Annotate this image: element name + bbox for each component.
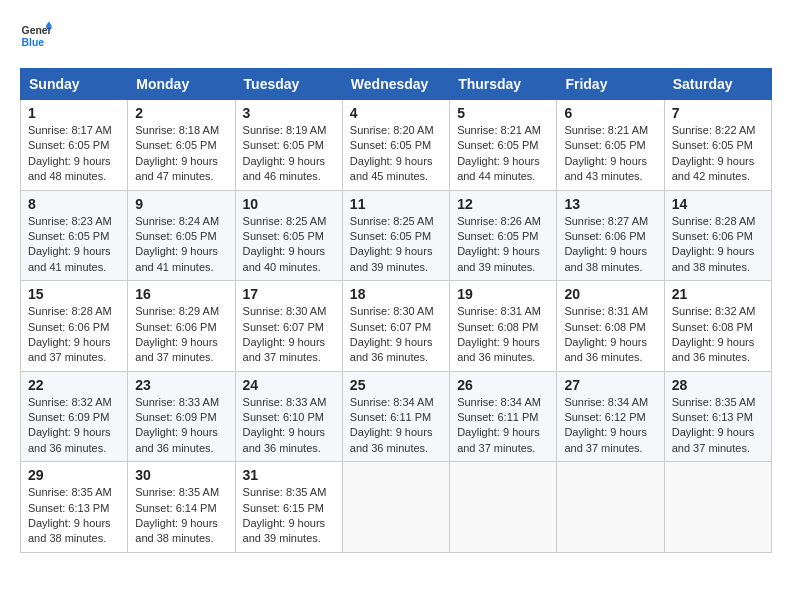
daylight-label: Daylight: 9 hours and 38 minutes. — [564, 245, 647, 272]
calendar-body: 1 Sunrise: 8:17 AM Sunset: 6:05 PM Dayli… — [21, 100, 772, 553]
sunset-label: Sunset: 6:13 PM — [672, 411, 753, 423]
daylight-label: Daylight: 9 hours and 40 minutes. — [243, 245, 326, 272]
daylight-label: Daylight: 9 hours and 36 minutes. — [457, 336, 540, 363]
day-number: 3 — [243, 105, 335, 121]
sunrise-label: Sunrise: 8:25 AM — [350, 215, 434, 227]
day-number: 5 — [457, 105, 549, 121]
day-info: Sunrise: 8:35 AM Sunset: 6:14 PM Dayligh… — [135, 485, 227, 547]
sunset-label: Sunset: 6:06 PM — [28, 321, 109, 333]
sunset-label: Sunset: 6:08 PM — [457, 321, 538, 333]
daylight-label: Daylight: 9 hours and 37 minutes. — [135, 336, 218, 363]
sunset-label: Sunset: 6:05 PM — [457, 139, 538, 151]
day-info: Sunrise: 8:26 AM Sunset: 6:05 PM Dayligh… — [457, 214, 549, 276]
calendar-cell: 6 Sunrise: 8:21 AM Sunset: 6:05 PM Dayli… — [557, 100, 664, 191]
calendar-cell: 21 Sunrise: 8:32 AM Sunset: 6:08 PM Dayl… — [664, 281, 771, 372]
sunset-label: Sunset: 6:11 PM — [457, 411, 538, 423]
column-header-monday: Monday — [128, 69, 235, 100]
sunrise-label: Sunrise: 8:33 AM — [243, 396, 327, 408]
calendar-cell: 18 Sunrise: 8:30 AM Sunset: 6:07 PM Dayl… — [342, 281, 449, 372]
calendar-cell: 1 Sunrise: 8:17 AM Sunset: 6:05 PM Dayli… — [21, 100, 128, 191]
day-info: Sunrise: 8:35 AM Sunset: 6:13 PM Dayligh… — [28, 485, 120, 547]
day-number: 16 — [135, 286, 227, 302]
sunset-label: Sunset: 6:07 PM — [350, 321, 431, 333]
column-header-thursday: Thursday — [450, 69, 557, 100]
day-number: 14 — [672, 196, 764, 212]
daylight-label: Daylight: 9 hours and 36 minutes. — [28, 426, 111, 453]
day-info: Sunrise: 8:34 AM Sunset: 6:11 PM Dayligh… — [350, 395, 442, 457]
sunrise-label: Sunrise: 8:28 AM — [28, 305, 112, 317]
sunrise-label: Sunrise: 8:34 AM — [564, 396, 648, 408]
day-info: Sunrise: 8:27 AM Sunset: 6:06 PM Dayligh… — [564, 214, 656, 276]
calendar-cell: 30 Sunrise: 8:35 AM Sunset: 6:14 PM Dayl… — [128, 462, 235, 553]
day-number: 10 — [243, 196, 335, 212]
day-info: Sunrise: 8:21 AM Sunset: 6:05 PM Dayligh… — [564, 123, 656, 185]
sunrise-label: Sunrise: 8:17 AM — [28, 124, 112, 136]
day-info: Sunrise: 8:17 AM Sunset: 6:05 PM Dayligh… — [28, 123, 120, 185]
day-info: Sunrise: 8:32 AM Sunset: 6:08 PM Dayligh… — [672, 304, 764, 366]
daylight-label: Daylight: 9 hours and 42 minutes. — [672, 155, 755, 182]
day-info: Sunrise: 8:24 AM Sunset: 6:05 PM Dayligh… — [135, 214, 227, 276]
day-number: 13 — [564, 196, 656, 212]
sunset-label: Sunset: 6:05 PM — [350, 139, 431, 151]
calendar-cell: 7 Sunrise: 8:22 AM Sunset: 6:05 PM Dayli… — [664, 100, 771, 191]
sunrise-label: Sunrise: 8:32 AM — [672, 305, 756, 317]
daylight-label: Daylight: 9 hours and 39 minutes. — [457, 245, 540, 272]
day-number: 4 — [350, 105, 442, 121]
sunrise-label: Sunrise: 8:31 AM — [457, 305, 541, 317]
calendar-cell: 17 Sunrise: 8:30 AM Sunset: 6:07 PM Dayl… — [235, 281, 342, 372]
column-header-tuesday: Tuesday — [235, 69, 342, 100]
daylight-label: Daylight: 9 hours and 37 minutes. — [243, 336, 326, 363]
day-number: 9 — [135, 196, 227, 212]
sunrise-label: Sunrise: 8:29 AM — [135, 305, 219, 317]
sunset-label: Sunset: 6:05 PM — [564, 139, 645, 151]
sunrise-label: Sunrise: 8:26 AM — [457, 215, 541, 227]
calendar-week-row: 8 Sunrise: 8:23 AM Sunset: 6:05 PM Dayli… — [21, 190, 772, 281]
calendar-cell — [557, 462, 664, 553]
day-number: 26 — [457, 377, 549, 393]
day-number: 28 — [672, 377, 764, 393]
sunset-label: Sunset: 6:05 PM — [243, 139, 324, 151]
daylight-label: Daylight: 9 hours and 36 minutes. — [243, 426, 326, 453]
sunrise-label: Sunrise: 8:32 AM — [28, 396, 112, 408]
sunset-label: Sunset: 6:08 PM — [564, 321, 645, 333]
day-number: 22 — [28, 377, 120, 393]
day-info: Sunrise: 8:34 AM Sunset: 6:11 PM Dayligh… — [457, 395, 549, 457]
day-info: Sunrise: 8:29 AM Sunset: 6:06 PM Dayligh… — [135, 304, 227, 366]
sunrise-label: Sunrise: 8:35 AM — [135, 486, 219, 498]
column-header-saturday: Saturday — [664, 69, 771, 100]
daylight-label: Daylight: 9 hours and 36 minutes. — [564, 336, 647, 363]
sunset-label: Sunset: 6:13 PM — [28, 502, 109, 514]
day-number: 23 — [135, 377, 227, 393]
sunset-label: Sunset: 6:09 PM — [28, 411, 109, 423]
daylight-label: Daylight: 9 hours and 36 minutes. — [135, 426, 218, 453]
sunset-label: Sunset: 6:05 PM — [243, 230, 324, 242]
sunset-label: Sunset: 6:05 PM — [135, 230, 216, 242]
calendar-cell: 26 Sunrise: 8:34 AM Sunset: 6:11 PM Dayl… — [450, 371, 557, 462]
sunrise-label: Sunrise: 8:35 AM — [672, 396, 756, 408]
daylight-label: Daylight: 9 hours and 37 minutes. — [564, 426, 647, 453]
sunset-label: Sunset: 6:11 PM — [350, 411, 431, 423]
day-number: 17 — [243, 286, 335, 302]
calendar-cell: 23 Sunrise: 8:33 AM Sunset: 6:09 PM Dayl… — [128, 371, 235, 462]
calendar-cell: 10 Sunrise: 8:25 AM Sunset: 6:05 PM Dayl… — [235, 190, 342, 281]
calendar-week-row: 15 Sunrise: 8:28 AM Sunset: 6:06 PM Dayl… — [21, 281, 772, 372]
sunset-label: Sunset: 6:08 PM — [672, 321, 753, 333]
sunrise-label: Sunrise: 8:19 AM — [243, 124, 327, 136]
sunset-label: Sunset: 6:05 PM — [28, 139, 109, 151]
day-info: Sunrise: 8:30 AM Sunset: 6:07 PM Dayligh… — [350, 304, 442, 366]
day-number: 20 — [564, 286, 656, 302]
sunset-label: Sunset: 6:09 PM — [135, 411, 216, 423]
sunset-label: Sunset: 6:05 PM — [457, 230, 538, 242]
calendar-cell: 27 Sunrise: 8:34 AM Sunset: 6:12 PM Dayl… — [557, 371, 664, 462]
calendar-table: SundayMondayTuesdayWednesdayThursdayFrid… — [20, 68, 772, 553]
calendar-cell: 16 Sunrise: 8:29 AM Sunset: 6:06 PM Dayl… — [128, 281, 235, 372]
daylight-label: Daylight: 9 hours and 38 minutes. — [28, 517, 111, 544]
day-info: Sunrise: 8:25 AM Sunset: 6:05 PM Dayligh… — [243, 214, 335, 276]
column-header-wednesday: Wednesday — [342, 69, 449, 100]
day-number: 8 — [28, 196, 120, 212]
sunrise-label: Sunrise: 8:24 AM — [135, 215, 219, 227]
sunrise-label: Sunrise: 8:27 AM — [564, 215, 648, 227]
daylight-label: Daylight: 9 hours and 38 minutes. — [135, 517, 218, 544]
day-info: Sunrise: 8:35 AM Sunset: 6:15 PM Dayligh… — [243, 485, 335, 547]
day-info: Sunrise: 8:33 AM Sunset: 6:10 PM Dayligh… — [243, 395, 335, 457]
